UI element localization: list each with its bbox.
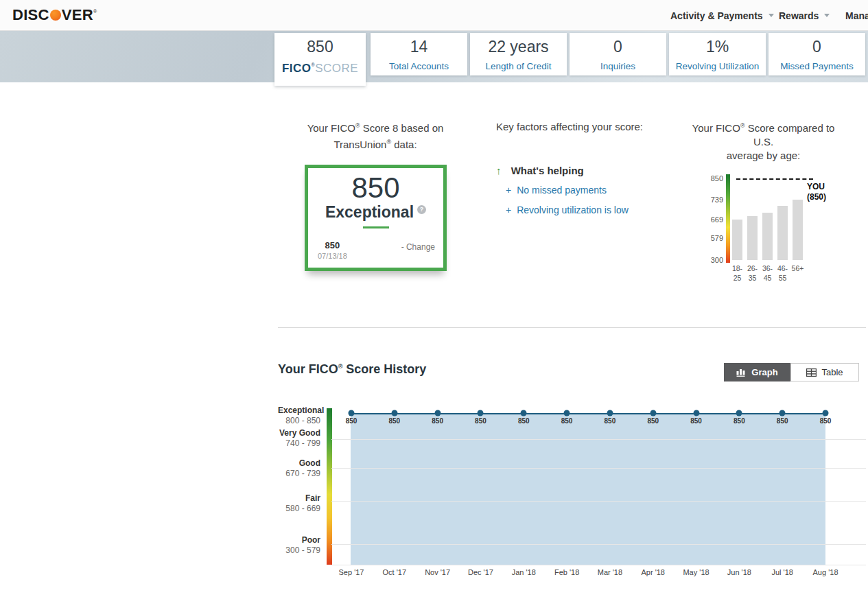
data-point-label-mar-18: 850 <box>600 417 620 425</box>
nav-item-rewards[interactable]: Rewards <box>779 0 830 31</box>
whats-helping-title: What's helping <box>511 165 584 176</box>
fico-score-value: 850 <box>274 38 366 56</box>
stat-value: 22 years <box>470 38 567 56</box>
data-point-label-may-18: 850 <box>686 417 707 425</box>
age-label-line: 55 <box>774 273 792 283</box>
nav-label: Manag <box>845 10 868 21</box>
stat-value: 0 <box>570 38 666 56</box>
band-name-fair: Fair <box>278 493 320 503</box>
last-score-value: 850 <box>318 240 347 250</box>
band-range-exceptional: 800 - 850 <box>278 416 320 425</box>
data-point-label-jan-18: 850 <box>513 417 534 425</box>
data-point-label-sep-17: 850 <box>341 417 362 425</box>
discover-o-icon <box>50 10 61 21</box>
nav-item-activity-payments[interactable]: Activity & Payments <box>670 0 774 31</box>
stat-label: Length of Credit <box>470 61 567 71</box>
logo-text-left: DISC <box>12 6 49 23</box>
data-point-label-jul-18: 850 <box>772 417 793 425</box>
top-nav-bar: DISCVER® Activity & Payments Rewards Man… <box>0 0 868 31</box>
logo-reg-mark: ® <box>93 9 97 14</box>
month-label-sep-17: Sep '17 <box>333 568 370 576</box>
avg-bar-46-55 <box>777 206 788 260</box>
data-point-label-oct-17: 850 <box>384 417 405 425</box>
score-rating: Exceptional <box>325 203 414 221</box>
avg-bar-26-35 <box>747 216 758 260</box>
chevron-down-icon <box>824 14 830 17</box>
nav-label: Rewards <box>779 10 819 21</box>
gridline-740 <box>331 468 866 469</box>
score-area-fill <box>351 413 825 565</box>
month-label-feb-18: Feb '18 <box>548 568 585 576</box>
data-point-label-dec-17: 850 <box>470 417 491 425</box>
data-point-aug-18 <box>823 410 829 416</box>
plus-bullet-icon: + <box>506 204 511 215</box>
month-label-jul-18: Jul '18 <box>764 568 801 576</box>
gridline-670 <box>331 501 866 502</box>
last-score-date: 07/13/18 <box>318 252 347 260</box>
stat-card-inquiries[interactable]: 0Inquiries <box>570 33 666 75</box>
data-point-label-feb-18: 850 <box>556 417 577 425</box>
stat-value: 1% <box>669 38 766 56</box>
stat-card-revolving-utilization[interactable]: 1%Revolving Utilization <box>669 33 766 75</box>
age-label-line: 56+ <box>789 263 807 273</box>
score-gradient-scale <box>726 174 730 263</box>
bar-chart-icon <box>736 368 747 377</box>
score-history-chart: Exceptional800 - 850Very Good740 - 799Go… <box>278 401 866 590</box>
score-rating-row: Exceptional? <box>308 203 443 222</box>
fico-score-page: DISCVER® Activity & Payments Rewards Man… <box>0 0 868 599</box>
stat-label: Total Accounts <box>371 61 467 71</box>
stat-card-missed-payments[interactable]: 0Missed Payments <box>769 33 865 75</box>
data-point-label-aug-18: 850 <box>815 417 836 425</box>
data-point-may-18 <box>693 410 699 416</box>
you-score-label: YOU (850) <box>807 182 826 202</box>
table-toggle-button[interactable]: Table <box>790 363 859 381</box>
score-box-footer: 850 07/13/18 - Change <box>318 240 435 260</box>
data-point-jul-18 <box>779 410 786 416</box>
data-point-mar-18 <box>607 410 613 416</box>
table-button-label: Table <box>821 367 843 377</box>
data-point-jan-18 <box>521 410 527 416</box>
nav-label: Activity & Payments <box>670 10 763 21</box>
ytick-850: 850 <box>707 174 723 183</box>
help-icon[interactable]: ? <box>417 205 426 214</box>
data-point-label-jun-18: 850 <box>729 417 749 425</box>
band-range-poor: 300 - 579 <box>278 545 320 555</box>
up-arrow-icon: ↑ <box>496 165 502 176</box>
fico-score-wordmark: FICO®SCORE <box>274 62 366 75</box>
avg-bar-36-45 <box>762 213 773 260</box>
stat-card-total-accounts[interactable]: 14Total Accounts <box>371 33 467 75</box>
logo-text-right: VER <box>62 6 93 23</box>
tab-fico-score[interactable]: 850 FICO®SCORE <box>274 33 366 86</box>
data-point-feb-18 <box>564 410 570 416</box>
rating-underline <box>363 226 389 228</box>
band-name-poor: Poor <box>278 535 320 545</box>
factor-link-revolving-utilization-is-low[interactable]: +Revolving utilization is low <box>506 204 629 215</box>
data-point-oct-17 <box>391 410 397 416</box>
month-label-jun-18: Jun '18 <box>720 568 758 576</box>
month-label-dec-17: Dec '17 <box>462 568 499 576</box>
ytick-579: 579 <box>707 234 723 242</box>
change-link[interactable]: - Change <box>401 242 435 260</box>
band-range-very-good: 740 - 799 <box>278 438 320 448</box>
month-label-aug-18: Aug '18 <box>807 568 844 576</box>
stat-card-length-of-credit[interactable]: 22 yearsLength of Credit <box>470 33 567 75</box>
discover-logo[interactable]: DISCVER® <box>12 6 97 24</box>
whats-helping-row: ↑ What's helping <box>496 165 584 176</box>
history-title: Your FICO® Score History <box>278 362 426 377</box>
ytick-300: 300 <box>707 256 723 264</box>
comparison-title-line1: Your FICO® Score compared to U.S. <box>686 119 841 149</box>
graph-toggle-button[interactable]: Graph <box>724 363 790 381</box>
band-name-exceptional: Exceptional <box>278 406 320 415</box>
score-gradient-scale <box>327 408 332 565</box>
score-value: 850 <box>308 172 443 204</box>
factor-link-no-missed-payments[interactable]: +No missed payments <box>506 185 607 196</box>
section-divider <box>278 327 866 328</box>
month-label-apr-18: Apr '18 <box>635 568 672 576</box>
score-title-line2: TransUnion® data: <box>283 135 468 152</box>
comparison-title-line2: average by age: <box>686 149 841 163</box>
nav-item-manage[interactable]: Manag <box>845 0 868 31</box>
comparison-title: Your FICO® Score compared to U.S. averag… <box>686 119 841 163</box>
score-history-summary: 850 07/13/18 <box>318 240 347 260</box>
band-name-good: Good <box>278 458 320 468</box>
avg-bar-56 <box>793 200 803 260</box>
